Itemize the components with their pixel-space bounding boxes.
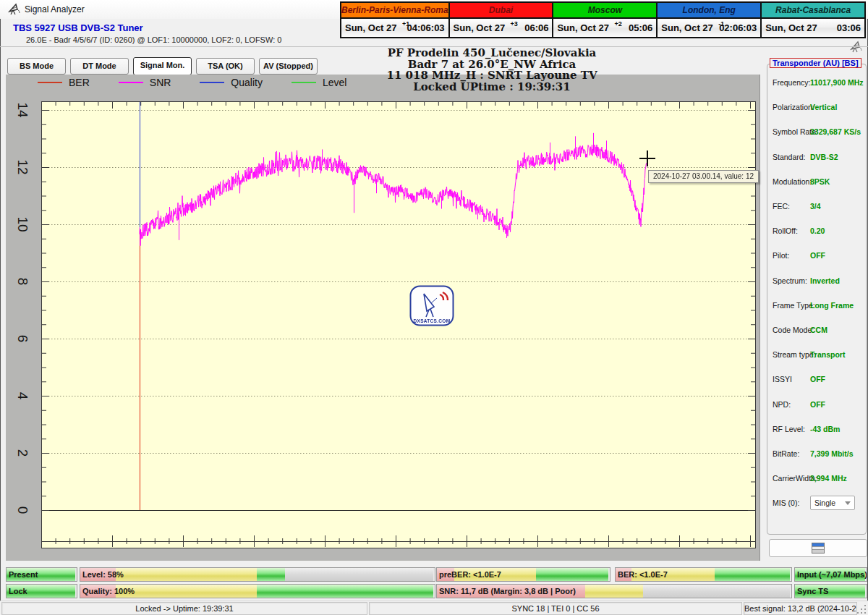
satellite-dish-corner-icon [849,41,862,54]
legend-label: Level [323,77,346,88]
tab-tsa-ok[interactable]: TSA (OK) [196,58,255,75]
bar-segment-yellow [116,568,257,581]
bar-label-quality: Quality: 100% [82,585,135,598]
bar-label-present: Present [9,568,38,581]
clock-time: 05:06 [629,22,652,33]
legend-item-level: Level [292,77,346,88]
y-tick-label-6: 6 [13,328,32,349]
transponder-row-pilot: Pilot:OFF [773,243,862,268]
field-label: Polarization: [773,103,810,111]
clock-time: 02:06:03 [719,22,757,33]
dxsatcs-logo: DXSATCS.COM [409,285,454,326]
bar-segment-green [536,568,608,581]
field-value: 0.20 [810,226,825,235]
spectrum-list-button[interactable] [769,539,867,557]
y-tick-label-10: 10 [13,213,32,235]
bar-segment-green [715,568,790,581]
field-value: 3329,687 KS/s [810,127,861,136]
bar-label-lock: Lock [9,585,27,598]
field-label: Stream type: [773,350,810,359]
clock-moscow: MoscowSun, Oct 27+205:06 [552,1,658,38]
value-tooltip: 2024-10-27 03.00.14, value: 12 [648,170,759,183]
satellite-dish-icon [7,3,20,16]
y-tick-label-12: 12 [13,156,32,178]
mode-tabs: BS ModeDT ModeSignal Mon.TSA (OK)AV (Sto… [7,58,318,75]
bar-segment-gray [643,585,790,598]
clock-city-label: Dubai [450,3,553,19]
chart-legend: BERSNRQualityLevel [38,77,375,88]
transponder-row-issyi: ISSYIOFF [773,367,862,391]
clock-utc-offset: +3 [511,20,518,27]
legend-line-quality [200,82,224,83]
y-tick-label-8: 8 [13,271,32,292]
field-value: 8PSK [810,177,830,186]
statusbar-cell-1: SYNC 18 | TEI 0 | CC 56 [369,602,742,615]
dxsatcs-logo-text: DXSATCS.COM [409,318,454,323]
clock-city-label: London, Eng [658,3,760,19]
transponder-row-standard: Standard:DVB-S2 [773,145,862,169]
bar-segment-green [257,585,433,598]
field-value: CCM [810,326,827,334]
field-value: OFF [810,251,825,260]
transponder-row-rf-level: RF Level:-43 dBm [773,417,862,441]
field-label: Standard: [773,153,810,161]
field-label: Pilot: [773,251,810,260]
tab-bs-mode[interactable]: BS Mode [7,58,66,75]
clock-london-eng: London, EngSun, Oct 27-102:06:03 [656,1,762,38]
field-label: MIS (0): [773,499,810,507]
clock-time-row: Sun, Oct 27+205:06 [553,19,656,37]
field-value: Transport [810,350,845,359]
field-label: Frequency: [773,78,810,87]
field-label: FEC: [773,202,810,211]
clock-dubai: DubaiSun, Oct 27+306:06 [448,1,554,38]
field-value: Inverted [810,276,840,285]
legend-item-ber: BER [38,77,90,88]
bar-segment-yellow [116,585,257,598]
chevron-down-icon [845,501,851,505]
transponder-title: Transponder (AU) [BS] [770,58,861,68]
transponder-row-spectrum: Spectrum:Inverted [773,268,862,293]
mis-dropdown[interactable]: Single [810,496,855,510]
tab-signal-mon[interactable]: Signal Mon. [133,57,192,75]
legend-label: Quality [231,77,263,88]
field-label: RF Level: [773,425,810,433]
bar-label-syncts: Sync TS [797,585,828,598]
bar-label-preber: preBER: <1.0E-7 [439,568,501,581]
list-icon [812,543,825,554]
clock-time-row: Sun, Oct 27+306:06 [450,19,553,37]
clock-time: 04:06:03 [407,22,445,33]
snr-plot[interactable] [41,101,756,548]
field-label: Spectrum: [773,276,810,285]
transponder-row-code-mode: Code Mode:CCM [773,318,862,342]
legend-line-level [292,82,316,83]
field-value: 3/4 [810,202,821,211]
legend-line-snr [119,82,143,83]
field-label: Frame Type: [773,301,810,310]
tab-dt-mode[interactable]: DT Mode [70,58,129,75]
transponder-row-fec: FEC:3/4 [773,194,862,219]
transponder-row-npd: NPD:OFF [773,391,862,416]
progress-bar-input: Input (~7,07 Mbps) [794,567,867,582]
transponder-rows: Frequency:11017,900 MHzPolarization:Vert… [773,70,862,515]
field-label: Modulation: [773,177,810,186]
clock-date: Sun, Oct 27 [765,22,817,33]
transponder-row-carrierwidth: CarrierWidth:3,994 MHz [773,466,862,491]
transponder-row-bitrate: BitRate:7,399 Mbit/s [773,441,862,466]
resize-grip[interactable] [857,604,867,614]
progress-bar-ber: BER: <1.0E-7 [615,567,792,582]
field-value: Long Frame [810,301,854,310]
field-label: ISSYI [773,375,810,383]
bar-segment-gray [285,568,433,581]
progress-bar-snr: SNR: 11,7 dB (Margin: 3,8 dB | Poor) [436,584,792,598]
clock-date: Sun, Oct 27 [454,22,506,33]
legend-label: SNR [150,77,171,88]
field-value: Vertical [810,103,837,111]
transponder-row-rolloff: RollOff:0.20 [773,219,862,243]
field-label: CarrierWidth: [773,474,810,483]
tuner-name: TBS 5927 USB DVB-S2 Tuner [13,22,143,33]
field-label: NPD: [773,400,810,409]
transponder-row-frequency: Frequency:11017,900 MHz [773,70,862,95]
transponder-row-modulation: Modulation:8PSK [773,169,862,194]
legend-label: BER [69,77,90,88]
clock-city-label: Moscow [553,3,656,19]
